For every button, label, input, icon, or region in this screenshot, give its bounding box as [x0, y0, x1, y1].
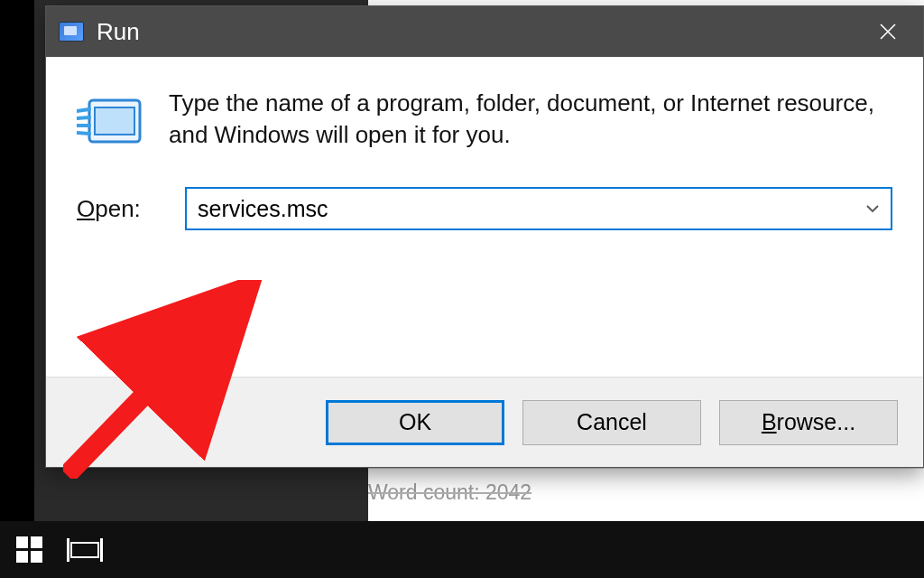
- open-input[interactable]: [187, 189, 855, 228]
- titlebar[interactable]: Run: [46, 6, 923, 57]
- open-combobox[interactable]: [185, 187, 892, 230]
- chevron-down-icon: [864, 200, 881, 217]
- background-divider: [368, 468, 924, 471]
- run-icon: [59, 22, 84, 42]
- close-icon: [877, 21, 899, 42]
- run-program-icon: [77, 93, 145, 149]
- task-view-button[interactable]: [70, 538, 99, 562]
- ok-button[interactable]: OK: [326, 400, 504, 445]
- open-dropdown-button[interactable]: [855, 189, 891, 228]
- open-label: Open:: [77, 195, 158, 223]
- close-button[interactable]: [853, 6, 923, 57]
- button-row: OK Cancel Browse...: [46, 377, 923, 467]
- cancel-button[interactable]: Cancel: [522, 400, 701, 445]
- start-button[interactable]: [16, 536, 43, 564]
- svg-rect-1: [95, 107, 134, 135]
- background-wordcount-text: Word count: 2042: [368, 480, 531, 505]
- windows-logo-icon: [16, 536, 28, 548]
- dialog-description: Type the name of a program, folder, docu…: [169, 88, 891, 151]
- browse-button[interactable]: Browse...: [719, 400, 898, 445]
- taskbar: [0, 521, 924, 578]
- desktop-left-strip: [0, 0, 34, 521]
- run-dialog: Run Type the name of a program, folder, …: [45, 5, 924, 468]
- dialog-title: Run: [97, 18, 140, 46]
